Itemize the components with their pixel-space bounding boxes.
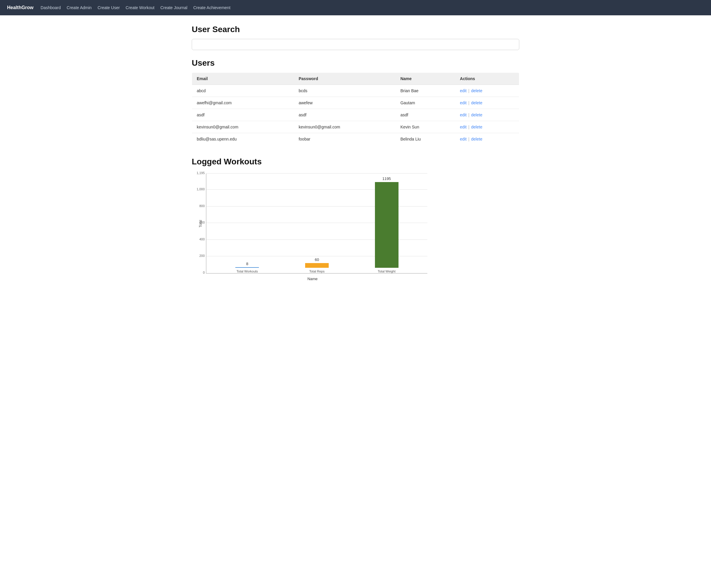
- col-email: Email: [192, 73, 294, 85]
- nav-create-achievement[interactable]: Create Achievement: [193, 5, 230, 10]
- cell-password: bcds: [294, 85, 395, 97]
- bar-value-label: 60: [315, 257, 319, 262]
- cell-name: Gautam: [395, 97, 455, 109]
- search-input[interactable]: [192, 39, 519, 50]
- y-axis-label: Total: [198, 173, 203, 274]
- logged-workouts-title: Logged Workouts: [192, 157, 519, 166]
- users-table: Email Password Name Actions abcd bcds Br…: [192, 72, 519, 145]
- navbar: HealthGrow Dashboard Create Admin Create…: [0, 0, 711, 15]
- col-actions: Actions: [455, 73, 519, 85]
- cell-name: Belinda Liu: [395, 133, 455, 145]
- bar-item: 60Total Reps: [305, 176, 329, 273]
- table-row: awefhi@gmail.com awefew Gautam edit | de…: [192, 97, 519, 109]
- bar-item: 8Total Workouts: [235, 176, 259, 273]
- cell-actions: edit | delete: [455, 97, 519, 109]
- action-separator: |: [468, 125, 471, 129]
- bar-x-label: Total Weight: [378, 270, 395, 273]
- nav-create-journal[interactable]: Create Journal: [160, 5, 187, 10]
- logged-workouts-section: Logged Workouts Total 1,1951,00080060040…: [192, 157, 519, 281]
- chart-wrapper: Total 1,1951,0008006004002000 8Total Wor…: [198, 173, 427, 281]
- bar-rect: [375, 182, 398, 268]
- grid-line: 1,195: [207, 173, 427, 173]
- main-content: User Search Users Email Password Name Ac…: [185, 15, 526, 291]
- delete-link[interactable]: delete: [471, 101, 482, 105]
- edit-link[interactable]: edit: [460, 137, 467, 141]
- navbar-links: Dashboard Create Admin Create User Creat…: [41, 5, 230, 10]
- bar-item: 1195Total Weight: [375, 176, 398, 273]
- cell-email: awefhi@gmail.com: [192, 97, 294, 109]
- users-title: Users: [192, 58, 519, 68]
- navbar-brand[interactable]: HealthGrow: [7, 5, 34, 10]
- cell-password: kevinsun0@gmail.com: [294, 121, 395, 133]
- bar-rect: [235, 267, 259, 268]
- chart-inner: Total 1,1951,0008006004002000 8Total Wor…: [198, 173, 427, 274]
- action-separator: |: [468, 112, 471, 117]
- nav-create-user[interactable]: Create User: [98, 5, 120, 10]
- edit-link[interactable]: edit: [460, 125, 467, 129]
- bar-value-label: 1195: [382, 176, 391, 181]
- nav-create-workout[interactable]: Create Workout: [126, 5, 155, 10]
- bar-rect: [305, 263, 329, 268]
- delete-link[interactable]: delete: [471, 125, 482, 129]
- table-header-row: Email Password Name Actions: [192, 73, 519, 85]
- edit-link[interactable]: edit: [460, 88, 467, 93]
- col-name: Name: [395, 73, 455, 85]
- col-password: Password: [294, 73, 395, 85]
- nav-dashboard[interactable]: Dashboard: [41, 5, 61, 10]
- cell-password: awefew: [294, 97, 395, 109]
- cell-email: kevinsun0@gmail.com: [192, 121, 294, 133]
- delete-link[interactable]: delete: [471, 88, 482, 93]
- action-separator: |: [468, 101, 471, 105]
- table-row: kevinsun0@gmail.com kevinsun0@gmail.com …: [192, 121, 519, 133]
- cell-email: abcd: [192, 85, 294, 97]
- edit-link[interactable]: edit: [460, 112, 467, 117]
- cell-email: asdf: [192, 109, 294, 121]
- chart-body: 1,1951,0008006004002000 8Total Workouts6…: [206, 173, 427, 274]
- cell-actions: edit | delete: [455, 133, 519, 145]
- cell-actions: edit | delete: [455, 85, 519, 97]
- cell-name: Kevin Sun: [395, 121, 455, 133]
- cell-password: asdf: [294, 109, 395, 121]
- chart-plot-area: 1,1951,0008006004002000 8Total Workouts6…: [206, 173, 427, 274]
- cell-actions: edit | delete: [455, 121, 519, 133]
- delete-link[interactable]: delete: [471, 112, 482, 117]
- bar-value-label: 8: [246, 261, 248, 266]
- bars-group: 8Total Workouts60Total Reps1195Total Wei…: [207, 176, 427, 273]
- cell-password: foobar: [294, 133, 395, 145]
- table-row: abcd bcds Brian Bae edit | delete: [192, 85, 519, 97]
- cell-name: asdf: [395, 109, 455, 121]
- bar-x-label: Total Reps: [309, 270, 325, 273]
- users-section: Users Email Password Name Actions abcd b…: [192, 58, 519, 145]
- chart-container: Total 1,1951,0008006004002000 8Total Wor…: [192, 173, 519, 281]
- table-row: asdf asdf asdf edit | delete: [192, 109, 519, 121]
- cell-email: bdliu@sas.upenn.edu: [192, 133, 294, 145]
- action-separator: |: [468, 88, 471, 93]
- bar-x-label: Total Workouts: [237, 270, 258, 273]
- delete-link[interactable]: delete: [471, 137, 482, 141]
- nav-create-admin[interactable]: Create Admin: [67, 5, 92, 10]
- action-separator: |: [468, 137, 471, 141]
- edit-link[interactable]: edit: [460, 101, 467, 105]
- user-search-title: User Search: [192, 25, 519, 34]
- table-row: bdliu@sas.upenn.edu foobar Belinda Liu e…: [192, 133, 519, 145]
- cell-name: Brian Bae: [395, 85, 455, 97]
- cell-actions: edit | delete: [455, 109, 519, 121]
- x-axis-label: Name: [307, 277, 318, 281]
